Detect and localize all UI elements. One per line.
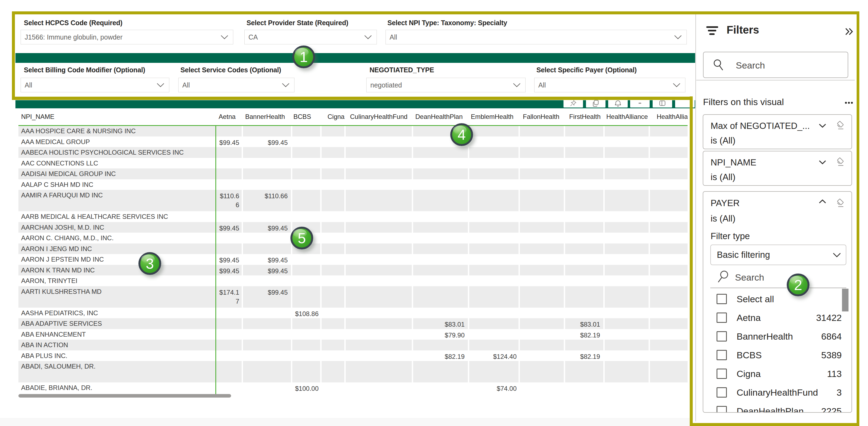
- blank-icon-button[interactable]: [675, 99, 694, 107]
- table-row[interactable]: [19, 233, 688, 243]
- filter-pane-title: Filters: [726, 24, 759, 36]
- payer-search-placeholder[interactable]: Search: [735, 272, 764, 283]
- filter-pane-search[interactable]: Search: [703, 52, 848, 78]
- payer-list-item[interactable]: CulinaryHealthFund3: [714, 385, 842, 404]
- column-header[interactable]: DeanHealthPlan: [415, 113, 463, 121]
- table-row[interactable]: [19, 168, 688, 179]
- slicer-dropdown-hcpcs[interactable]: J1566: Immune globulin, powder: [21, 30, 233, 44]
- matrix-row-header[interactable]: NPI_NAME: [21, 113, 55, 121]
- slicer-label-state: Select Provider State (Required): [247, 19, 348, 27]
- copy-icon-button[interactable]: [586, 99, 606, 107]
- checkbox[interactable]: [717, 369, 727, 379]
- column-separator: [344, 126, 346, 399]
- eraser-icon[interactable]: [835, 199, 844, 208]
- table-row[interactable]: [19, 179, 688, 190]
- table-row[interactable]: [19, 243, 688, 254]
- payer-list-item[interactable]: Select all: [714, 292, 842, 310]
- column-header[interactable]: Aetna: [219, 113, 236, 121]
- row-label: AARON K TRAN MD INC: [21, 265, 95, 274]
- table-row[interactable]: [19, 383, 688, 393]
- slicer-label-modifier: Select Billing Code Modifier (Optional): [24, 66, 145, 74]
- column-header[interactable]: HealthAlliance: [657, 113, 688, 121]
- table-row[interactable]: [19, 265, 688, 276]
- table-row[interactable]: [19, 275, 688, 286]
- callout-border-right: [857, 11, 859, 426]
- filter-type-dropdown[interactable]: Basic filtering: [710, 244, 846, 265]
- callout-border-top: [12, 11, 859, 14]
- checkbox[interactable]: [717, 331, 727, 341]
- table-row[interactable]: [19, 339, 688, 351]
- alert-icon-button[interactable]: [608, 99, 628, 107]
- checkbox[interactable]: [717, 406, 727, 412]
- table-row[interactable]: [19, 308, 688, 319]
- cell-value: $99.45: [213, 254, 239, 265]
- checkbox[interactable]: [717, 387, 727, 398]
- payer-label: Aetna: [737, 313, 761, 323]
- column-header[interactable]: CulinaryHealthFund: [350, 113, 407, 121]
- filter-type-label: Filter type: [711, 231, 750, 241]
- cell-value: $82.19: [574, 351, 600, 361]
- slicer-dropdown-npi-type[interactable]: All: [385, 30, 687, 44]
- column-header[interactable]: EmblemHealth: [471, 113, 514, 121]
- slicer-dropdown-modifier[interactable]: All: [21, 78, 169, 92]
- table-row[interactable]: [19, 190, 688, 211]
- slicer-dropdown-negotiated-type[interactable]: negotiated: [366, 78, 526, 92]
- chevron-down-icon: [673, 83, 680, 87]
- column-header[interactable]: FirstHealth: [569, 113, 600, 121]
- filter-card-payer[interactable]: PAYER is (All) Filter type Basic filteri…: [703, 191, 852, 413]
- cell-value: $124.40: [491, 351, 517, 361]
- filter-card-field: NPI_NAME: [711, 157, 756, 168]
- column-separator: [242, 126, 243, 399]
- cell-value: $100.00: [292, 383, 318, 393]
- row-label: ABA PLUS INC.: [21, 351, 67, 360]
- payer-list-item[interactable]: BCBS5389: [714, 348, 842, 367]
- filter-card-npi-name[interactable]: NPI_NAME is (All): [703, 151, 852, 186]
- slicer-value-hcpcs: J1566: Immune globulin, powder: [21, 33, 221, 41]
- cell-value: $82.19: [439, 351, 465, 361]
- more-options-icon[interactable]: [845, 102, 853, 104]
- table-row[interactable]: [19, 254, 688, 265]
- checkbox[interactable]: [717, 294, 727, 304]
- chevron-down-icon[interactable]: [819, 160, 826, 164]
- table-row[interactable]: [19, 136, 688, 147]
- payer-list-item[interactable]: DeanHealthPlan2225: [714, 404, 842, 412]
- table-row[interactable]: [19, 286, 688, 308]
- slicer-dropdown-state[interactable]: CA: [244, 30, 377, 44]
- column-header[interactable]: Cigna: [328, 113, 345, 121]
- chevron-down-icon[interactable]: [819, 124, 826, 128]
- row-label: ABA ADAPTIVE SERVICES: [21, 318, 102, 327]
- table-row[interactable]: [19, 361, 688, 383]
- checkbox[interactable]: [717, 313, 727, 323]
- payer-list-item[interactable]: Aetna31422: [714, 310, 842, 329]
- filter-card-negotiated[interactable]: Max of NEGOTIATED_... is (All): [703, 114, 852, 149]
- horizontal-scrollbar[interactable]: [19, 394, 231, 398]
- collapse-pane-icon[interactable]: [845, 28, 854, 35]
- column-header[interactable]: FallonHealth: [523, 113, 559, 121]
- column-header[interactable]: HealthAlliance: [606, 113, 648, 121]
- slicer-value-payer: All: [534, 81, 673, 89]
- eraser-icon[interactable]: [835, 121, 844, 130]
- payer-list-item[interactable]: BannerHealth6864: [714, 329, 842, 348]
- callout-badge-5: 5: [290, 227, 313, 250]
- row-label: AARON, TRINYTEI: [21, 275, 78, 285]
- slicer-dropdown-payer[interactable]: All: [534, 78, 685, 92]
- column-header[interactable]: BCBS: [293, 113, 311, 121]
- focus-icon-button[interactable]: [653, 99, 672, 107]
- payer-list-scrollbar[interactable]: [842, 289, 848, 312]
- table-row[interactable]: [19, 158, 688, 169]
- checkbox[interactable]: [717, 350, 727, 360]
- pin-icon-button[interactable]: [563, 99, 583, 107]
- payer-list-item[interactable]: Cigna113: [714, 367, 842, 385]
- more-icon-button[interactable]: [630, 99, 650, 107]
- column-separator: [291, 126, 292, 399]
- chevron-up-icon[interactable]: [819, 200, 826, 203]
- column-header[interactable]: BannerHealth: [245, 113, 285, 121]
- table-row[interactable]: [19, 222, 688, 233]
- chevron-down-icon: [513, 83, 520, 87]
- callout-badge-3: 3: [138, 252, 161, 275]
- cell-value: $74.00: [491, 383, 517, 393]
- cell-value: $99.45: [213, 222, 239, 233]
- callout-number: 1: [300, 50, 308, 64]
- eraser-icon[interactable]: [835, 158, 844, 167]
- slicer-dropdown-service[interactable]: All: [178, 78, 294, 92]
